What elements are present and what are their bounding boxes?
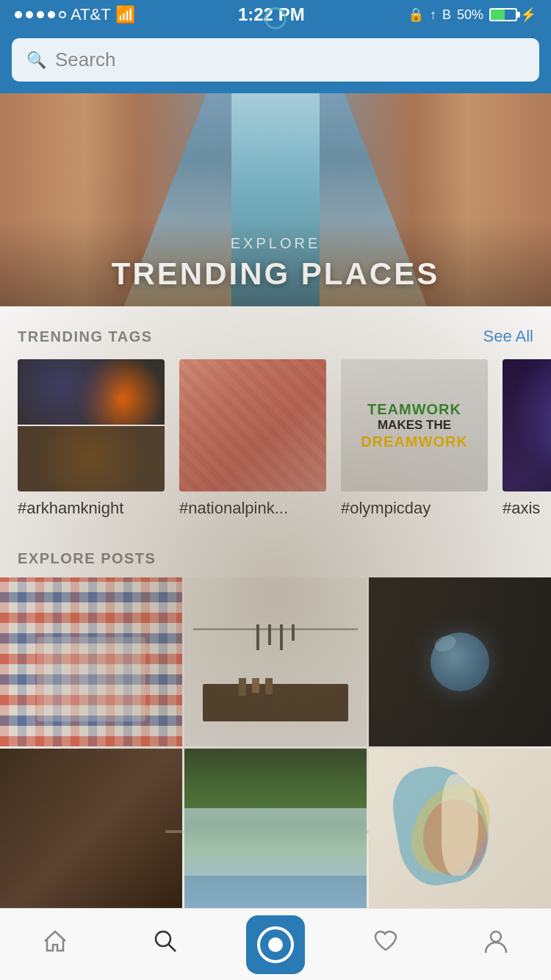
content-area: EXPLORE TRENDING PLACES TRENDING TAGS Se… [0,93,551,980]
tab-camera[interactable] [220,909,331,980]
post-cell-people[interactable] [0,749,182,918]
tab-bar [0,908,551,980]
camera-inner [257,926,294,963]
heart-icon [372,928,399,961]
people-overlay [0,749,182,918]
svg-point-2 [491,932,501,942]
posts-grid [0,577,551,920]
svg-point-0 [156,932,170,946]
tab-profile[interactable] [441,909,551,980]
waterfall-water [184,808,367,876]
explore-posts-section: EXPLORE POSTS [0,536,551,920]
profile-icon [483,928,509,961]
tab-home[interactable] [0,909,110,980]
people-line [165,830,182,833]
tab-activity[interactable] [331,909,441,980]
home-icon [42,928,68,961]
search-tab-icon [152,928,179,961]
svg-line-1 [169,945,176,952]
post-cell-art[interactable] [369,749,551,918]
art-bg [369,749,551,918]
camera-dot [268,937,283,952]
camera-button[interactable] [246,915,305,974]
post-cell-waterfall[interactable] [184,749,367,918]
tab-search[interactable] [110,909,220,980]
